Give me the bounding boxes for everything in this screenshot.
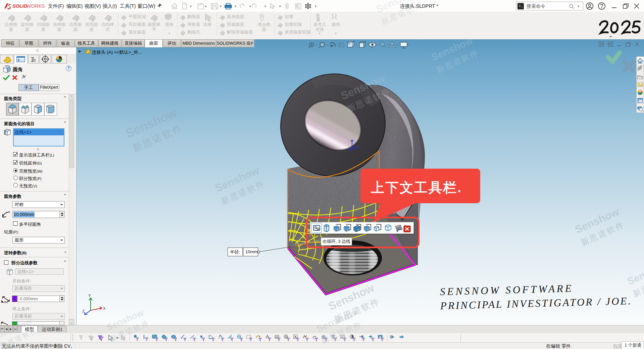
svg-text:WORKS: WORKS	[27, 3, 45, 9]
svg-text:Z: Z	[82, 309, 85, 313]
svg-text:SOLID: SOLID	[12, 3, 27, 9]
svg-text:X: X	[103, 306, 106, 310]
svg-text:D1: D1	[4, 301, 8, 303]
svg-text:Y: Y	[88, 294, 91, 298]
svg-text:03: 03	[276, 336, 278, 338]
